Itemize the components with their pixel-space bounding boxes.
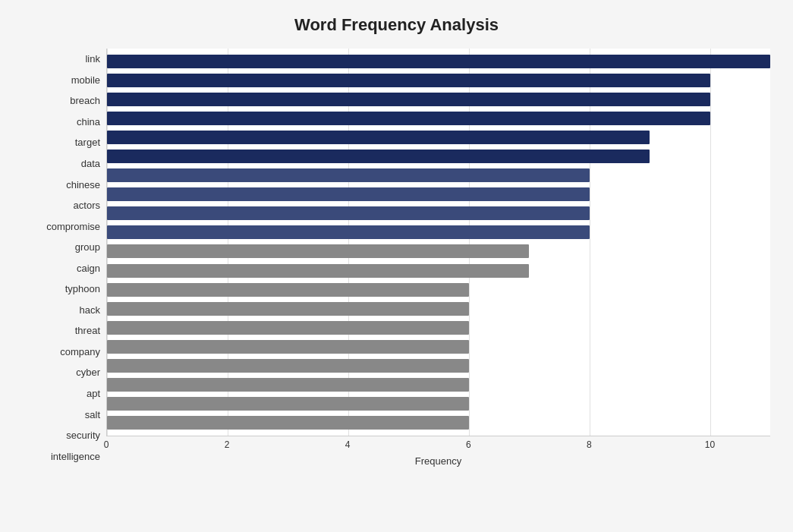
x-tick-8: 8 [587, 439, 592, 450]
bar-row-cyber [107, 338, 770, 355]
bar-intelligence [107, 416, 469, 430]
y-label-intelligence: intelligence [51, 445, 100, 467]
x-axis-label: Frequency [106, 455, 770, 467]
chart-area: linkmobilebreachchinatargetdatachineseac… [23, 49, 770, 467]
y-label-company: company [60, 342, 100, 363]
bar-row-breach [107, 91, 770, 108]
bar-row-china [107, 110, 770, 127]
bar-typhoon [107, 264, 529, 278]
x-axis: 0246810 Frequency [106, 436, 770, 467]
y-label-group: group [75, 237, 100, 258]
y-label-actors: actors [74, 195, 100, 216]
y-label-chinese: chinese [66, 174, 100, 195]
bar-compromise [107, 206, 590, 220]
bar-row-compromise [107, 205, 770, 222]
bar-company [107, 321, 469, 335]
bar-row-salt [107, 376, 770, 393]
y-label-target: target [75, 132, 100, 153]
bar-caign [107, 244, 529, 258]
bar-threat [107, 302, 469, 316]
x-tick-2: 2 [225, 439, 230, 450]
bar-group [107, 225, 590, 239]
x-tick-10: 10 [705, 439, 715, 450]
y-label-salt: salt [85, 404, 100, 425]
bar-chinese [107, 168, 590, 182]
bar-row-caign [107, 243, 770, 260]
x-tick-0: 0 [104, 439, 109, 450]
bar-apt [107, 359, 469, 373]
bars-section [106, 49, 770, 436]
bar-salt [107, 378, 469, 392]
y-label-data: data [81, 153, 100, 175]
y-label-link: link [85, 49, 100, 70]
bar-row-security [107, 395, 770, 412]
bar-cyber [107, 340, 469, 354]
y-label-compromise: compromise [46, 216, 100, 237]
bars-wrapper [107, 49, 770, 436]
bar-row-company [107, 320, 770, 336]
y-label-typhoon: typhoon [65, 279, 100, 300]
bar-row-target [107, 129, 770, 146]
bar-row-apt [107, 357, 770, 374]
y-label-caign: caign [77, 257, 100, 279]
x-ticks-container: 0246810 [106, 436, 770, 449]
bar-security [107, 397, 469, 411]
x-tick-6: 6 [466, 439, 471, 450]
y-label-china: china [77, 112, 100, 133]
y-label-security: security [66, 425, 100, 446]
y-axis-labels: linkmobilebreachchinatargetdatachineseac… [23, 49, 106, 467]
bars-and-xaxis: 0246810 Frequency [106, 49, 770, 467]
y-label-mobile: mobile [71, 70, 100, 91]
bar-row-group [107, 224, 770, 241]
chart-title: Word Frequency Analysis [23, 15, 770, 35]
bar-row-typhoon [107, 263, 770, 279]
y-label-breach: breach [70, 90, 100, 112]
bar-row-hack [107, 282, 770, 298]
chart-container: Word Frequency Analysis linkmobilebreach… [0, 0, 793, 532]
y-label-cyber: cyber [76, 362, 100, 383]
bar-row-actors [107, 186, 770, 203]
bar-target [107, 131, 650, 144]
bar-mobile [107, 74, 710, 87]
bar-row-data [107, 148, 770, 165]
y-label-threat: threat [75, 320, 100, 342]
bar-data [107, 150, 650, 163]
bar-hack [107, 283, 469, 297]
bar-actors [107, 187, 590, 201]
bar-row-intelligence [107, 414, 770, 431]
bar-row-mobile [107, 72, 770, 89]
x-tick-4: 4 [345, 439, 351, 450]
y-label-hack: hack [80, 300, 100, 321]
bar-row-chinese [107, 167, 770, 184]
bar-breach [107, 93, 710, 106]
bar-row-link [107, 53, 770, 70]
y-label-apt: apt [87, 383, 100, 405]
bar-china [107, 112, 710, 125]
bar-row-threat [107, 301, 770, 317]
bar-link [107, 55, 770, 68]
